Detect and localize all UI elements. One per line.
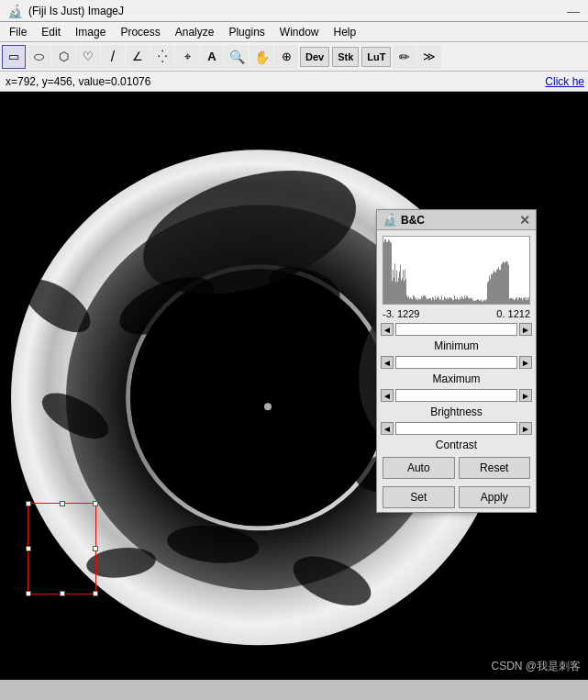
menu-process[interactable]: Process (113, 24, 167, 40)
minimum-right-arrow[interactable]: ► (519, 323, 532, 336)
extra-tool[interactable]: ≫ (417, 45, 441, 69)
brightness-slider-track[interactable] (395, 389, 517, 402)
brightness-right-arrow[interactable]: ► (519, 389, 532, 402)
dev-tool[interactable]: Dev (300, 47, 329, 67)
line-tool[interactable]: / (101, 45, 125, 69)
contrast-slider-track[interactable] (395, 422, 517, 435)
bc-close-button[interactable]: ✕ (517, 213, 532, 228)
title-bar: 🔬 (Fiji Is Just) ImageJ — (0, 0, 588, 22)
oval-tool[interactable]: ⬭ (27, 45, 50, 69)
minimum-label: Minimum (377, 338, 536, 354)
crosshair-tool[interactable]: ⊕ (274, 45, 298, 69)
range-labels: -3. 1229 0. 1212 (377, 306, 536, 321)
text-tool[interactable]: A (200, 45, 224, 69)
menu-edit[interactable]: Edit (34, 24, 68, 40)
freehand-tool[interactable]: ♡ (76, 45, 100, 69)
contrast-slider-row: ◄ ► (377, 420, 536, 437)
menu-image[interactable]: Image (68, 24, 113, 40)
stk-tool[interactable]: Stk (332, 47, 359, 67)
contrast-left-arrow[interactable]: ◄ (381, 422, 394, 435)
bc-panel: 🔬 B&C ✕ -3. 1229 0. 1212 ◄ ► Minimum ◄ ►… (376, 209, 537, 513)
app-icon: 🔬 (7, 4, 23, 18)
polygon-tool[interactable]: ⬡ (51, 45, 75, 69)
minimum-slider-row: ◄ ► (377, 321, 536, 338)
angle-tool[interactable]: ∠ (126, 45, 150, 69)
pen-tool[interactable]: ✏ (393, 45, 416, 69)
hist-min-label: -3. 1229 (383, 308, 419, 319)
minimum-left-arrow[interactable]: ◄ (381, 323, 394, 336)
menu-file[interactable]: File (2, 24, 34, 40)
brightness-label: Brightness (377, 404, 536, 420)
window-minimize-button[interactable]: — (566, 4, 581, 18)
apply-button[interactable]: Apply (459, 486, 531, 508)
auto-button[interactable]: Auto (383, 457, 455, 479)
magnifier-tool[interactable]: 🔍 (225, 45, 249, 69)
menu-plugins[interactable]: Plugins (221, 24, 272, 40)
minimum-slider-track[interactable] (395, 323, 517, 336)
bc-panel-icon: 🔬 (383, 213, 397, 227)
bc-title-bar: 🔬 B&C ✕ (377, 210, 536, 230)
contrast-label: Contrast (377, 437, 536, 453)
maximum-right-arrow[interactable]: ► (519, 356, 532, 369)
button-row-1: Auto Reset (377, 453, 536, 483)
menu-analyze[interactable]: Analyze (168, 24, 222, 40)
brightness-left-arrow[interactable]: ◄ (381, 389, 394, 402)
histogram-container (383, 236, 530, 305)
coordinates-display: x=792, y=456, value=0.01076 (6, 75, 150, 88)
set-button[interactable]: Set (383, 486, 455, 508)
toolbar: ▭ ⬭ ⬡ ♡ / ∠ ⁛ ⌖ A 🔍 ✋ ⊕ Dev Stk LuT ✏ ≫ (0, 42, 588, 72)
app-title: (Fiji Is Just) ImageJ (28, 5, 124, 17)
status-bar: x=792, y=456, value=0.01076 Click he (0, 72, 588, 92)
maximum-left-arrow[interactable]: ◄ (381, 356, 394, 369)
lut-tool[interactable]: LuT (361, 47, 391, 67)
wand-tool[interactable]: ⌖ (175, 45, 199, 69)
maximum-slider-track[interactable] (395, 356, 517, 369)
menu-bar: File Edit Image Process Analyze Plugins … (0, 22, 588, 42)
reset-button[interactable]: Reset (459, 457, 531, 479)
hand-tool[interactable]: ✋ (250, 45, 273, 69)
contrast-right-arrow[interactable]: ► (519, 422, 532, 435)
maximum-label: Maximum (377, 371, 536, 387)
histogram-canvas (383, 237, 530, 304)
menu-help[interactable]: Help (327, 24, 364, 40)
brightness-slider-row: ◄ ► (377, 387, 536, 404)
multipoint-tool[interactable]: ⁛ (150, 45, 174, 69)
bc-panel-title: B&C (401, 214, 425, 227)
maximum-slider-row: ◄ ► (377, 354, 536, 371)
hist-max-label: 0. 1212 (496, 308, 530, 319)
image-area: 🔬 B&C ✕ -3. 1229 0. 1212 ◄ ► Minimum ◄ ►… (0, 92, 588, 680)
click-here-link[interactable]: Click he (545, 72, 588, 91)
menu-window[interactable]: Window (272, 24, 327, 40)
rectangle-tool[interactable]: ▭ (2, 45, 26, 69)
button-row-2: Set Apply (377, 483, 536, 512)
